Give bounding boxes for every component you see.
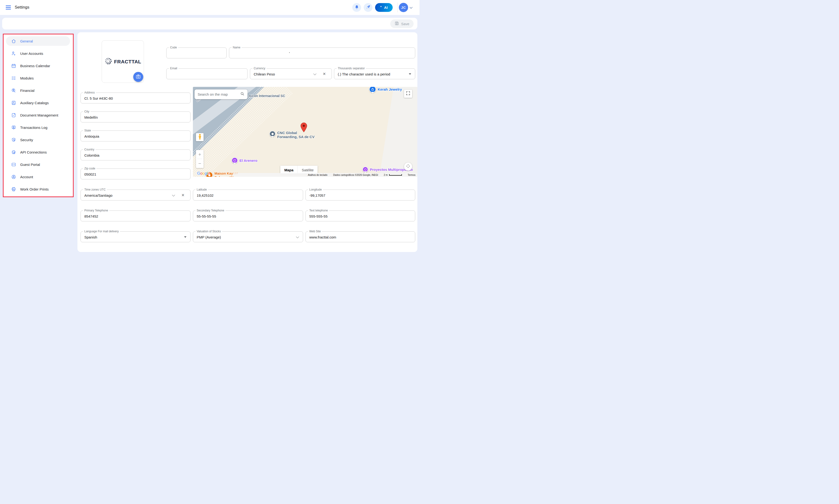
printer-icon — [11, 186, 16, 192]
state-field[interactable]: State Antioquia — [81, 129, 190, 141]
sidebar-item-security[interactable]: Security — [6, 135, 70, 144]
city-field[interactable]: City Medellín — [81, 110, 190, 123]
sidebar-item-auxiliary-catalogs[interactable]: Auxiliary Catalogs — [6, 98, 70, 108]
language-field[interactable]: Language For mail delivery Spanish — [81, 230, 190, 242]
sparkle-icon: ✦ — [380, 5, 382, 8]
ai-assistant-button[interactable]: ✦ AI — [375, 3, 393, 12]
chip-icon — [11, 149, 16, 155]
user-plus-icon — [11, 51, 16, 56]
coin-icon — [11, 88, 16, 93]
map-data-attribution: Dados cartográficos ©2026 Google, INEGI — [333, 174, 378, 176]
rocket-icon — [366, 5, 371, 11]
name-value: ' — [289, 51, 290, 55]
sidebar-item-work-order-prints[interactable]: Work Order Prints — [6, 184, 70, 194]
country-value: Colombia — [84, 153, 99, 157]
sidebar-item-modules[interactable]: Modules — [6, 73, 70, 83]
longitude-value: -99,17057 — [309, 193, 325, 197]
text-telephone-field[interactable]: Text telephone 555-555-55 — [306, 209, 415, 221]
city-value: Medellín — [84, 115, 98, 119]
timezone-field[interactable]: Time zones UTC America/Santiago ✕ — [81, 188, 190, 200]
currency-field[interactable]: Currency Chilean Peso ✕ — [250, 67, 332, 79]
google-logo[interactable]: Google — [197, 171, 210, 176]
clear-icon[interactable]: ✕ — [182, 193, 185, 197]
keyboard-shortcuts-link[interactable]: Atalhos do teclado — [308, 174, 327, 176]
search-icon[interactable] — [240, 92, 244, 97]
sidebar-item-financial[interactable]: Financial — [6, 86, 70, 95]
chevron-down-icon[interactable] — [313, 72, 316, 75]
chevron-down-icon[interactable] — [296, 235, 299, 238]
poi-aicon-internacional[interactable]: Aicon Internacional SC — [249, 94, 285, 98]
map-land-area — [379, 87, 417, 177]
zoom-out-button[interactable]: − — [196, 159, 204, 168]
zip-code-field[interactable]: Zip code 050021 — [81, 167, 190, 179]
dropdown-arrow-icon[interactable] — [184, 236, 187, 238]
location-marker-icon[interactable] — [300, 123, 307, 133]
latitude-value: 19,425102 — [197, 193, 213, 197]
poi-cnc-global-forwarding[interactable]: CNC GlobalForwarding, SA de CV — [269, 131, 314, 139]
sidebar-item-api-connections[interactable]: API Connections — [6, 147, 70, 157]
clear-icon[interactable]: ✕ — [323, 72, 326, 76]
street-view-pegman-button[interactable] — [196, 133, 204, 141]
save-disk-icon — [395, 21, 399, 26]
map-search-input[interactable]: Search on the map — [194, 89, 247, 99]
primary-telephone-field[interactable]: Primary Telephone 8547452 — [81, 209, 190, 221]
calendar-icon — [11, 63, 16, 68]
settings-sidebar: General User Accounts Business Calendar … — [3, 34, 74, 197]
upload-logo-button[interactable] — [133, 72, 143, 82]
zip-code-value: 050021 — [84, 172, 96, 176]
sidebar-item-guest-portal[interactable]: Guest Portal — [6, 160, 70, 169]
sidebar-item-general[interactable]: General — [6, 36, 70, 46]
terms-link[interactable]: Termos — [408, 174, 415, 176]
zoom-in-button[interactable]: + — [196, 150, 204, 159]
valuation-of-stocks-field[interactable]: Valuation of Stocks PMP (Average) — [193, 230, 303, 242]
longitude-field[interactable]: Longitude -99,17057 — [306, 188, 415, 200]
map-fullscreen-button[interactable] — [404, 90, 412, 98]
dropdown-arrow-icon[interactable] — [409, 73, 411, 75]
place-pin-icon — [269, 131, 276, 137]
camera-icon — [136, 74, 141, 80]
home-icon — [11, 38, 16, 44]
email-field[interactable]: Email — [166, 67, 247, 79]
website-field[interactable]: Web Site www.fracttal.com — [306, 230, 415, 242]
country-field[interactable]: Country Colombia — [81, 148, 190, 160]
sidebar-item-document-management[interactable]: Document Management — [6, 110, 70, 120]
sidebar-item-business-calendar[interactable]: Business Calendar — [6, 61, 70, 71]
shopping-pin-icon — [369, 87, 376, 93]
sidebar-item-user-accounts[interactable]: User Accounts — [6, 49, 70, 58]
save-button[interactable]: Save — [390, 19, 414, 28]
sidebar-item-transactions-log[interactable]: Transactions Log — [6, 123, 70, 132]
address-field[interactable]: Address Cl. 5 Sur #43C-80 — [81, 91, 190, 104]
menu-icon[interactable] — [6, 5, 11, 10]
company-logo-wordmark: FRACTTAL — [114, 59, 141, 65]
portal-icon — [11, 162, 16, 167]
currency-value: Chilean Peso — [254, 72, 275, 76]
poi-el-arenero[interactable]: El Arenero — [232, 157, 257, 163]
text-telephone-value: 555-555-55 — [309, 214, 328, 218]
fracttal-dots-logo-icon — [104, 57, 113, 66]
attraction-pin-icon — [362, 166, 368, 172]
language-value: Spanish — [84, 235, 97, 239]
primary-telephone-value: 8547452 — [84, 214, 98, 218]
page-title: Settings — [15, 5, 29, 10]
address-value: Cl. 5 Sur #43C-80 — [84, 96, 113, 101]
whats-new-button[interactable] — [364, 3, 373, 12]
chevron-down-icon[interactable] — [172, 193, 175, 197]
name-field[interactable]: Name ' — [229, 46, 415, 58]
secondary-telephone-field[interactable]: Secondary Telephone 55-55-55-55 — [193, 209, 303, 221]
latitude-field[interactable]: Latitude 19,425102 — [193, 188, 303, 200]
notifications-button[interactable] — [352, 3, 361, 12]
document-icon — [11, 112, 16, 118]
code-field[interactable]: Code — [166, 46, 227, 58]
location-map[interactable]: de la Refo Aicon Internacional SC Kerah … — [193, 87, 417, 177]
thousands-separator-value: (.) The character used is a period — [338, 72, 390, 76]
map-pan-control[interactable] — [404, 163, 412, 170]
actions-toolbar: Save — [2, 18, 417, 30]
sidebar-item-account[interactable]: Account — [6, 172, 70, 181]
poi-kerah-jewelry[interactable]: Kerah Jewelry — [369, 87, 402, 93]
chevron-down-icon[interactable] — [410, 6, 413, 9]
attraction-pin-icon — [232, 157, 238, 163]
header-divider — [397, 3, 398, 12]
avatar[interactable]: JC — [399, 3, 408, 12]
thousands-separator-field[interactable]: Thousands separator (.) The character us… — [334, 67, 415, 79]
account-icon — [11, 174, 16, 179]
